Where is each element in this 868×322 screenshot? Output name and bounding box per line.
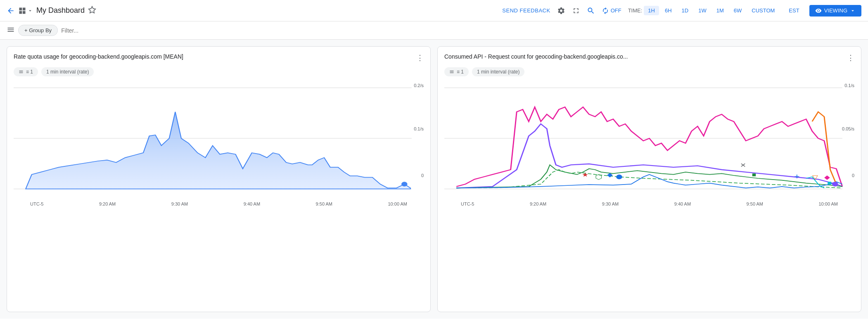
back-button[interactable] <box>7 7 15 15</box>
svg-text:◆: ◆ <box>824 174 830 180</box>
header: My Dashboard SEND FEEDBACK OFF TIME: 1H … <box>0 0 868 21</box>
svg-text:▽: ▽ <box>812 174 818 180</box>
x-labels-2: UTC-5 9:20 AM 9:30 AM 9:40 AM 9:50 AM 10… <box>444 200 854 206</box>
toolbar: + Group By <box>0 21 868 40</box>
time-6h[interactable]: 6H <box>661 6 676 15</box>
chart-svg-1 <box>14 83 424 199</box>
chart-title-1: Rate quota usage for geocoding-backend.g… <box>14 53 183 60</box>
chart-svg-2: ★ ⬡ ◆ ✕ ■ + ▽ ◆ ■ <box>444 83 854 199</box>
chart-card-1: Rate quota usage for geocoding-backend.g… <box>7 46 431 312</box>
svg-text:■: ■ <box>752 172 757 178</box>
svg-point-16 <box>832 182 838 187</box>
fullscreen-icon[interactable] <box>572 7 580 15</box>
hamburger-menu-icon[interactable] <box>7 26 15 35</box>
time-section: TIME: 1H 6H 1D 1W 1M 6W CUSTOM <box>628 6 779 15</box>
svg-point-17 <box>616 175 622 180</box>
star-icon[interactable] <box>88 6 96 15</box>
chart-menu-1[interactable]: ⋮ <box>416 53 424 62</box>
filter-input[interactable] <box>61 27 861 34</box>
header-left: My Dashboard <box>7 6 499 15</box>
chart-area-2: 0.1/s 0.05/s 0 <box>444 83 854 206</box>
svg-text:■: ■ <box>827 180 832 186</box>
chart-area-1: 0.2/s 0.1/s 0 <box>14 83 424 206</box>
chart-tag-filter-1[interactable]: ≡ 1 <box>14 67 38 76</box>
chart-tag-filter-2[interactable]: ≡ 1 <box>444 67 469 76</box>
time-1h[interactable]: 1H <box>644 6 659 15</box>
search-icon[interactable] <box>587 7 595 15</box>
svg-text:✕: ✕ <box>740 162 746 168</box>
group-by-label: + Group By <box>24 27 52 33</box>
y-label-bot-2: 0 <box>852 173 854 178</box>
header-center: SEND FEEDBACK OFF TIME: 1H 6H 1D 1W 1M 6… <box>502 5 861 17</box>
y-label-top-2: 0.1/s <box>844 83 854 88</box>
group-by-button[interactable]: + Group By <box>18 25 58 36</box>
time-1m[interactable]: 1M <box>712 6 728 15</box>
main-content: Rate quota usage for geocoding-backend.g… <box>0 40 868 319</box>
auto-refresh-label: OFF <box>611 7 621 14</box>
chart-tag-interval-2[interactable]: 1 min interval (rate) <box>472 67 524 76</box>
svg-text:◆: ◆ <box>607 172 613 178</box>
x-labels-1: UTC-5 9:20 AM 9:30 AM 9:40 AM 9:50 AM 10… <box>14 200 424 206</box>
chart-header-1: Rate quota usage for geocoding-backend.g… <box>14 53 424 62</box>
chart-tags-2: ≡ 1 1 min interval (rate) <box>444 67 854 76</box>
svg-text:★: ★ <box>582 172 588 178</box>
svg-text:+: + <box>794 173 800 181</box>
timezone-button[interactable]: EST <box>785 6 802 15</box>
viewing-label: VIEWING <box>824 7 847 14</box>
auto-refresh-button[interactable]: OFF <box>602 7 621 14</box>
chart-header-2: Consumed API - Request count for geocodi… <box>444 53 854 62</box>
time-1w[interactable]: 1W <box>694 6 711 15</box>
chart-menu-2[interactable]: ⋮ <box>847 53 854 62</box>
time-1d[interactable]: 1D <box>678 6 693 15</box>
time-label: TIME: <box>628 7 643 14</box>
time-6w[interactable]: 6W <box>730 6 746 15</box>
svg-text:⬡: ⬡ <box>595 173 603 181</box>
settings-icon[interactable] <box>557 7 565 15</box>
svg-point-3 <box>401 182 408 187</box>
y-label-mid-1: 0.1/s <box>414 126 424 131</box>
chart-tag-interval-1[interactable]: 1 min interval (rate) <box>41 67 94 76</box>
send-feedback-button[interactable]: SEND FEEDBACK <box>502 7 550 14</box>
chart-title-2: Consumed API - Request count for geocodi… <box>444 53 628 60</box>
y-label-top-1: 0.2/s <box>414 83 424 88</box>
page-title: My Dashboard <box>36 6 85 15</box>
y-label-mid-2: 0.05/s <box>842 126 854 131</box>
time-custom[interactable]: CUSTOM <box>747 6 779 15</box>
chart-card-2: Consumed API - Request count for geocodi… <box>437 46 861 312</box>
y-label-bot-1: 0 <box>421 173 424 178</box>
viewing-button[interactable]: VIEWING <box>809 5 861 17</box>
dashboard-icon[interactable] <box>18 7 33 15</box>
chart-tags-1: ≡ 1 1 min interval (rate) <box>14 67 424 76</box>
